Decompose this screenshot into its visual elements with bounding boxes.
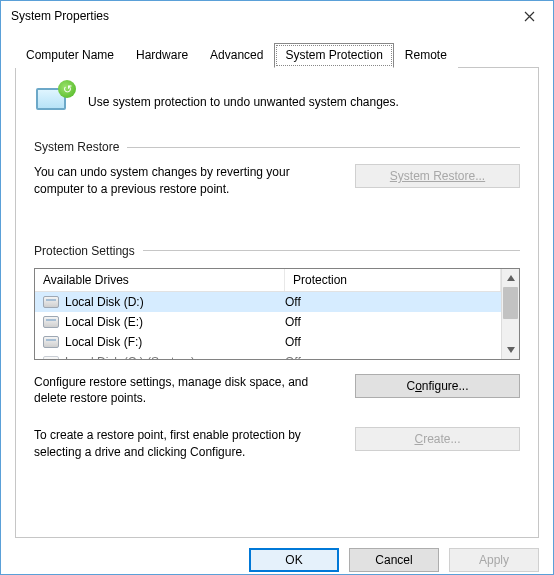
tab-computer-name[interactable]: Computer Name bbox=[15, 43, 125, 68]
create-description: To create a restore point, first enable … bbox=[34, 427, 339, 461]
ok-button[interactable]: OK bbox=[249, 548, 339, 572]
scroll-track[interactable] bbox=[502, 287, 519, 341]
dialog-footer: OK Cancel Apply bbox=[1, 538, 553, 572]
drives-header: Available Drives Protection bbox=[35, 269, 501, 292]
configure-description: Configure restore settings, manage disk … bbox=[34, 374, 339, 408]
drive-name: Local Disk (F:) bbox=[65, 335, 142, 349]
drive-protection: Off bbox=[285, 295, 501, 309]
drive-icon bbox=[43, 336, 59, 348]
column-header-drives[interactable]: Available Drives bbox=[35, 269, 285, 291]
system-protection-icon: ↺ bbox=[34, 82, 74, 122]
drive-name: Local Disk (C:) (System) bbox=[65, 355, 195, 359]
scroll-up-icon[interactable] bbox=[502, 269, 519, 287]
tab-advanced[interactable]: Advanced bbox=[199, 43, 274, 68]
scroll-down-icon[interactable] bbox=[502, 341, 519, 359]
drive-name: Local Disk (D:) bbox=[65, 295, 144, 309]
tab-row: Computer Name Hardware Advanced System P… bbox=[15, 43, 539, 68]
drive-protection: Off bbox=[285, 355, 501, 359]
drive-icon bbox=[43, 316, 59, 328]
title-bar: System Properties bbox=[1, 1, 553, 31]
drives-scrollbar[interactable] bbox=[501, 269, 519, 359]
drives-listbox[interactable]: Available Drives Protection Local Disk (… bbox=[34, 268, 520, 360]
restore-description: You can undo system changes by reverting… bbox=[34, 164, 339, 198]
intro-text: Use system protection to undo unwanted s… bbox=[88, 95, 399, 109]
apply-button[interactable]: Apply bbox=[449, 548, 539, 572]
drive-row[interactable]: Local Disk (C:) (System) Off bbox=[35, 352, 501, 359]
section-header-restore: System Restore bbox=[34, 140, 520, 154]
configure-button[interactable]: Configure... bbox=[355, 374, 520, 398]
column-header-protection[interactable]: Protection bbox=[285, 269, 501, 291]
tab-remote[interactable]: Remote bbox=[394, 43, 458, 68]
drive-icon bbox=[43, 356, 59, 359]
drive-name: Local Disk (E:) bbox=[65, 315, 143, 329]
intro-row: ↺ Use system protection to undo unwanted… bbox=[34, 82, 520, 122]
close-button[interactable] bbox=[507, 2, 551, 30]
section-header-protection: Protection Settings bbox=[34, 244, 520, 258]
section-title-restore: System Restore bbox=[34, 140, 119, 154]
drive-protection: Off bbox=[285, 315, 501, 329]
scroll-thumb[interactable] bbox=[503, 287, 518, 319]
tab-pane: ↺ Use system protection to undo unwanted… bbox=[15, 68, 539, 538]
tab-system-protection[interactable]: System Protection bbox=[274, 43, 393, 68]
drive-row[interactable]: Local Disk (E:) Off bbox=[35, 312, 501, 332]
drive-row[interactable]: Local Disk (D:) Off bbox=[35, 292, 501, 312]
window-title: System Properties bbox=[11, 9, 109, 23]
system-restore-button[interactable]: System Restore... bbox=[355, 164, 520, 188]
create-button[interactable]: Create... bbox=[355, 427, 520, 451]
tab-hardware[interactable]: Hardware bbox=[125, 43, 199, 68]
drive-protection: Off bbox=[285, 335, 501, 349]
drive-icon bbox=[43, 296, 59, 308]
section-title-protection: Protection Settings bbox=[34, 244, 135, 258]
drive-row[interactable]: Local Disk (F:) Off bbox=[35, 332, 501, 352]
cancel-button[interactable]: Cancel bbox=[349, 548, 439, 572]
